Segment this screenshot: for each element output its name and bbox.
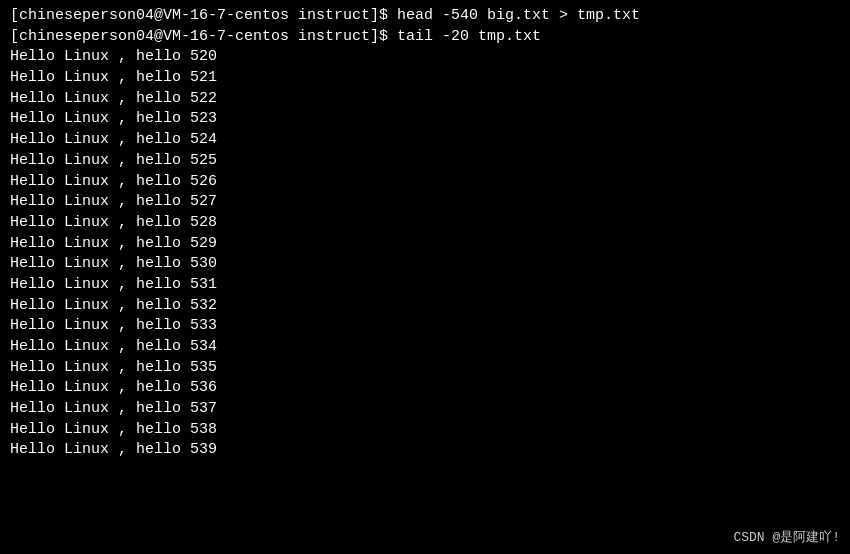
output-line: Hello Linux , hello 533 xyxy=(10,316,840,337)
output-line: Hello Linux , hello 530 xyxy=(10,254,840,275)
output-line: Hello Linux , hello 525 xyxy=(10,151,840,172)
command-line: [chineseperson04@VM-16-7-centos instruct… xyxy=(10,6,840,27)
output-line: Hello Linux , hello 526 xyxy=(10,172,840,193)
output-line: Hello Linux , hello 522 xyxy=(10,89,840,110)
output-line: Hello Linux , hello 529 xyxy=(10,234,840,255)
output-line: Hello Linux , hello 524 xyxy=(10,130,840,151)
output-line: Hello Linux , hello 520 xyxy=(10,47,840,68)
output-line: Hello Linux , hello 537 xyxy=(10,399,840,420)
output-line: Hello Linux , hello 521 xyxy=(10,68,840,89)
output-line: Hello Linux , hello 531 xyxy=(10,275,840,296)
output-line: Hello Linux , hello 535 xyxy=(10,358,840,379)
output-line: Hello Linux , hello 523 xyxy=(10,109,840,130)
output-line: Hello Linux , hello 534 xyxy=(10,337,840,358)
terminal-window: [chineseperson04@VM-16-7-centos instruct… xyxy=(0,0,850,554)
output-line: Hello Linux , hello 536 xyxy=(10,378,840,399)
output-line: Hello Linux , hello 532 xyxy=(10,296,840,317)
command-line: [chineseperson04@VM-16-7-centos instruct… xyxy=(10,27,840,48)
output-line: Hello Linux , hello 527 xyxy=(10,192,840,213)
output-line: Hello Linux , hello 538 xyxy=(10,420,840,441)
output-line: Hello Linux , hello 539 xyxy=(10,440,840,461)
output-line: Hello Linux , hello 528 xyxy=(10,213,840,234)
watermark: CSDN @是阿建吖! xyxy=(733,528,840,546)
